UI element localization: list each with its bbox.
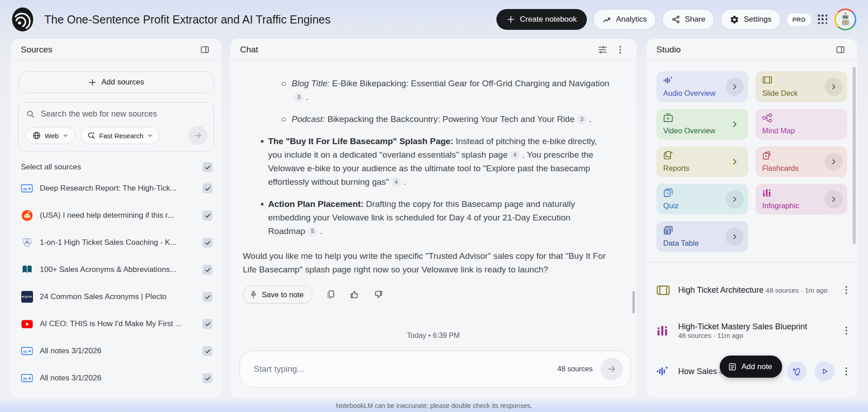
disclaimer-text: NotebookLM can be inaccurate; please dou… — [336, 402, 532, 409]
chat-settings-icon[interactable] — [596, 43, 609, 56]
infographic-icon — [656, 325, 670, 337]
sources-count: 48 sources — [557, 365, 593, 373]
source-row[interactable]: PLECTO 24 Common Sales Acronyms | Plecto — [18, 283, 214, 310]
book-icon — [21, 264, 33, 275]
svg-text:m: m — [23, 376, 27, 381]
tile-audio-overview[interactable]: Audio Overview — [656, 71, 748, 102]
chevron-right-icon[interactable] — [726, 78, 744, 96]
chat-message-area: Blog Title: E-Bike Bikepacking: Essentia… — [230, 61, 637, 276]
chat-more-menu-icon[interactable] — [614, 43, 627, 56]
svg-text:m: m — [23, 349, 27, 354]
source-checkbox[interactable] — [203, 319, 212, 329]
tile-infographic[interactable]: Infographic — [755, 184, 847, 215]
source-row[interactable]: (USA) I need help determining if this r.… — [18, 202, 214, 229]
source-row[interactable]: m All notes 3/1/2026 — [18, 337, 214, 365]
chevron-right-icon[interactable] — [726, 228, 744, 246]
save-to-note-button[interactable]: Save to note — [243, 286, 312, 304]
tile-flashcards[interactable]: Flashcards — [755, 146, 847, 177]
studio-panel: Studio Audio Overview Slide Deck Video O… — [646, 39, 857, 398]
citation-chip[interactable]: 4 — [391, 178, 401, 187]
slide-deck-icon — [656, 285, 670, 296]
create-notebook-button[interactable]: Create notebook — [496, 9, 587, 30]
chat-timestamp: Today • 6:39 PM — [230, 332, 637, 340]
share-icon — [671, 15, 680, 24]
spark-search-icon — [87, 131, 96, 140]
apps-grid-icon[interactable] — [817, 14, 828, 25]
chevron-right-icon[interactable] — [726, 153, 744, 171]
play-button[interactable] — [815, 361, 835, 381]
source-row[interactable]: m Deep Research Report: The High-Tick... — [18, 175, 214, 202]
add-sources-button[interactable]: Add sources — [18, 71, 214, 93]
search-icon — [26, 109, 35, 119]
source-checkbox[interactable] — [203, 292, 212, 302]
tile-reports[interactable]: Reports — [656, 146, 748, 177]
web-search-input[interactable] — [41, 109, 208, 119]
citation-chip[interactable]: 3 — [577, 115, 587, 124]
artifact-more-menu-icon[interactable] — [843, 282, 850, 298]
note-icon — [728, 362, 737, 371]
source-checkbox[interactable] — [203, 373, 212, 383]
notebooklm-logo[interactable] — [12, 7, 33, 32]
collapse-studio-panel-icon[interactable] — [834, 43, 847, 56]
mind-map-icon — [762, 113, 842, 122]
studio-artifact-row[interactable]: High-Ticket Mastery Sales Blueprint 48 s… — [656, 310, 850, 351]
source-checkbox[interactable] — [203, 238, 212, 248]
source-row[interactable]: 1-on-1 High Ticket Sales Coaching - K... — [18, 229, 214, 256]
avatar[interactable] — [835, 9, 856, 30]
share-button[interactable]: Share — [662, 9, 714, 30]
chat-sub-bullet: Podcast: Bikepacking the Backcountry: Po… — [243, 112, 609, 126]
select-all-sources-row: Select all sources — [21, 162, 212, 172]
thumbs-up-icon[interactable] — [349, 289, 360, 300]
chat-bullet: Action Plan Placement: Drafting the copy… — [243, 197, 609, 238]
source-checkbox[interactable] — [203, 211, 212, 220]
chat-scrollbar[interactable] — [632, 291, 635, 314]
pro-badge: PRO — [787, 14, 811, 26]
source-row[interactable]: m All notes 3/1/2026 — [18, 365, 214, 392]
source-row[interactable]: AI CEO: THIS is How I'd Make My First ..… — [18, 310, 214, 337]
top-bar: The One-Sentence Profit Extractor and AI… — [0, 0, 868, 39]
source-row[interactable]: 100+ Sales Acronyms & Abbreviations... — [18, 256, 214, 283]
chevron-right-icon[interactable] — [825, 78, 843, 96]
tile-slide-deck[interactable]: Slide Deck — [755, 71, 847, 102]
plecto-icon: PLECTO — [21, 291, 33, 303]
copy-icon[interactable] — [325, 289, 336, 300]
analytics-button[interactable]: Analytics — [593, 9, 656, 30]
studio-scrollbar[interactable] — [853, 67, 856, 244]
source-checkbox[interactable] — [203, 183, 212, 193]
studio-artifact-row[interactable]: High Ticket Architecture 48 sources · 1m… — [656, 270, 850, 310]
tile-mind-map[interactable]: Mind Map — [755, 109, 847, 140]
source-checkbox[interactable] — [203, 265, 212, 275]
markdown-note-icon: m — [21, 183, 33, 193]
submit-search-button[interactable] — [189, 126, 208, 145]
citation-chip[interactable]: 5 — [307, 227, 317, 236]
chevron-right-icon[interactable] — [726, 115, 744, 133]
thumbs-down-icon[interactable] — [373, 289, 384, 300]
select-all-label: Select all sources — [21, 163, 81, 172]
add-note-button[interactable]: Add note — [720, 356, 782, 378]
collapse-sources-panel-icon[interactable] — [198, 43, 212, 56]
chat-input-container: 48 sources — [240, 351, 631, 388]
citation-chip[interactable]: 3 — [294, 93, 304, 102]
tile-data-table[interactable]: Data Table — [656, 221, 748, 252]
send-button[interactable] — [600, 358, 623, 380]
chevron-right-icon[interactable] — [825, 153, 843, 171]
chevron-right-icon[interactable] — [825, 190, 843, 208]
select-all-checkbox[interactable] — [203, 162, 212, 172]
tile-quiz[interactable]: ? Quiz — [656, 184, 748, 215]
studio-tiles-grid: Audio Overview Slide Deck Video Overview… — [646, 61, 857, 252]
chevron-right-icon[interactable] — [726, 190, 744, 208]
chat-input[interactable] — [254, 364, 557, 374]
chat-panel-title: Chat — [240, 45, 258, 55]
web-filter-dropdown[interactable]: Web — [26, 127, 75, 144]
tile-video-overview[interactable]: Video Overview — [656, 109, 748, 140]
settings-button[interactable]: Settings — [721, 9, 780, 30]
artifact-more-menu-icon[interactable] — [843, 363, 850, 379]
artifact-more-menu-icon[interactable] — [843, 323, 850, 339]
interactive-mode-button[interactable] — [787, 361, 807, 381]
research-mode-dropdown[interactable]: Fast Research — [80, 127, 160, 144]
source-checkbox[interactable] — [203, 346, 212, 356]
svg-text:?: ? — [666, 192, 668, 196]
svg-text:m: m — [23, 187, 27, 192]
studio-panel-title: Studio — [656, 45, 681, 55]
citation-chip[interactable]: 4 — [510, 150, 520, 160]
